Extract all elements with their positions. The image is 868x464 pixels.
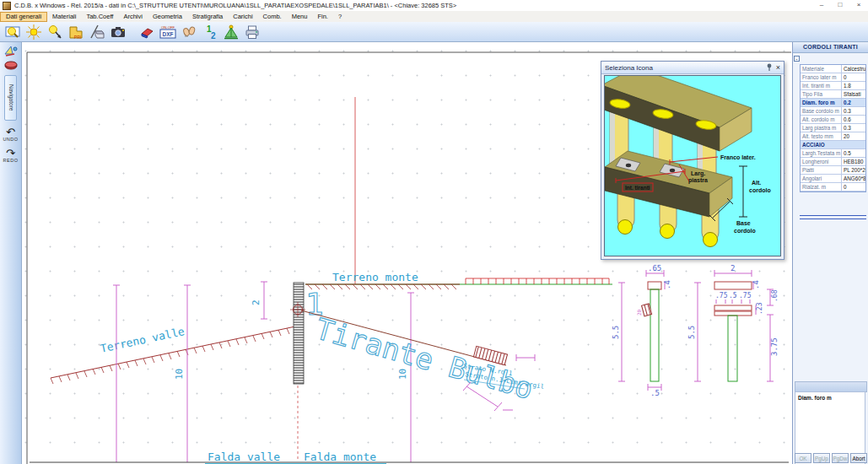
acciaio-section-header[interactable]: ACCIAIO — [801, 141, 865, 149]
snapshot-camera-icon[interactable] — [107, 23, 128, 41]
menu-fin[interactable]: Fin. — [312, 12, 333, 21]
dxf-onoff-icon[interactable]: ON-OFFDXF — [157, 23, 178, 41]
undo-button[interactable]: ↶ UNDO — [2, 127, 20, 142]
maximize-button[interactable]: □ — [831, 0, 849, 11]
base-cordolo-label-1: Base — [736, 220, 751, 226]
close-button[interactable]: × — [849, 0, 868, 11]
menu-bar: Dati generali Materiali Tab.Coeff Archiv… — [0, 11, 868, 23]
row-longheroni[interactable]: LongheroniHEB180 — [801, 158, 865, 166]
row-diam-foro[interactable]: Diam. foro m0.2 — [801, 99, 865, 107]
menu-help[interactable]: ? — [333, 12, 347, 21]
print-icon[interactable] — [241, 23, 262, 41]
ok-button[interactable]: OK — [795, 453, 811, 463]
sec-a-base-label: .5 — [650, 389, 660, 397]
dialog-preview[interactable]: Franco later. Larg. piastra Int. tiranti… — [604, 75, 781, 256]
svg-text:2: 2 — [211, 31, 216, 40]
pgup-button[interactable]: PgUp — [813, 453, 830, 463]
pile-section-a: .65 .4 5.5 .5 20 — [612, 264, 671, 397]
redo-button[interactable]: ↷ REDO — [2, 148, 20, 163]
row-alt-testo[interactable]: Alt. testo mm20 — [801, 132, 865, 141]
sec-b-d2-label: .23 — [756, 302, 763, 315]
row-tipo-fila[interactable]: Tipo FilaSfalsati — [801, 90, 865, 99]
redo-arrow-icon: ↷ — [2, 148, 20, 158]
plot-preview-icon[interactable] — [220, 23, 241, 41]
sec-b-d1-label: .68 — [771, 289, 779, 302]
row-piatti[interactable]: PiattiPL 200*20 — [801, 166, 865, 175]
row-rialzat[interactable]: Rialzat. m0 — [801, 183, 865, 192]
cordoli-tiranti-panel: CORDOLI TIRANTI - MaterialeCalcestruzz F… — [792, 42, 868, 464]
sec-b-p1-label: .75 — [715, 292, 728, 299]
menu-dati-generali[interactable]: Dati generali — [0, 12, 47, 22]
pgdw-button[interactable]: PgDw — [832, 453, 849, 463]
collapse-icon[interactable]: - — [794, 56, 800, 62]
print-area-icon[interactable]: PRI — [65, 23, 86, 41]
eraser-icon[interactable] — [136, 23, 157, 41]
menu-archivi[interactable]: Archivi — [118, 12, 148, 21]
int-tiranti-label: Int. tiranti — [625, 185, 650, 191]
menu-materiali[interactable]: Materiali — [47, 12, 81, 21]
row-materiale[interactable]: MaterialeCalcestruzz — [801, 65, 865, 73]
terreno-valle-label: Terreno valle — [100, 325, 186, 355]
sec-a-width-label: .65 — [648, 264, 661, 272]
navigatore-tab[interactable]: Navigatore — [4, 75, 17, 121]
menu-comb[interactable]: Comb. — [258, 12, 287, 21]
pan-hands-icon[interactable] — [178, 23, 199, 41]
zoom-extents-icon[interactable] — [23, 23, 44, 41]
menu-carichi[interactable]: Carichi — [228, 12, 257, 21]
falda-monte-label: Falda monte — [304, 451, 376, 463]
row-base-cordolo[interactable]: Base cordolo m0.3 — [801, 107, 865, 116]
dim-left-label: 10 — [174, 369, 185, 380]
menu-tabcoeff[interactable]: Tab.Coeff — [81, 12, 118, 21]
falda-valle-label: Falda valle — [208, 451, 280, 463]
sec-b-p3-label: .75 — [739, 292, 752, 299]
zoom-window-icon[interactable] — [2, 23, 23, 41]
application-window: C.D.B. x Windows - Rel. 2015/a - dati in… — [0, 0, 868, 464]
section-3d-icon[interactable] — [86, 23, 107, 41]
row-larg-piastra[interactable]: Larg piastra m0.3 — [801, 124, 865, 132]
undo-arrow-icon: ↶ — [2, 127, 20, 137]
row-angolari[interactable]: AngolariANG60*8 — [801, 175, 865, 183]
numbering-icon[interactable]: 12 — [199, 23, 220, 41]
pile-section-b: 2 .4 .75 .5 .75 5.5 .68 .23 3.75 — [687, 264, 779, 381]
dialog-title: Seleziona Icona — [605, 64, 653, 72]
sketch-tools-icon[interactable] — [3, 44, 19, 57]
row-largh-testata[interactable]: Largh.Testata m0.5 — [801, 149, 865, 158]
menu-menu[interactable]: Menu — [287, 12, 313, 21]
panel-buttons: OK PgUp PgDw Abort — [794, 453, 868, 463]
svg-text:ON-OFF: ON-OFF — [160, 25, 174, 30]
sec-b-height-label: 5.5 — [687, 326, 696, 339]
zoom-dynamic-icon[interactable] — [44, 23, 65, 41]
seleziona-icona-dialog: Seleziona Icona × — [601, 61, 784, 260]
title-bar[interactable]: C.D.B. x Windows - Rel. 2015/a - dati in… — [0, 0, 868, 12]
sec-a-head-label: 20 — [636, 309, 642, 316]
sec-b-width-label: 2 — [731, 264, 735, 272]
dialog-title-bar[interactable]: Seleziona Icona × — [601, 62, 784, 74]
retaining-wall[interactable] — [294, 283, 304, 384]
larg-piastra-label-1: Larg. — [691, 170, 705, 177]
property-grid: MaterialeCalcestruzz Franco later m0 Int… — [800, 64, 866, 192]
sec-b-p2-label: .5 — [729, 292, 737, 299]
wall-number-label: 1 — [305, 287, 324, 321]
menu-geometria[interactable]: Geometria — [148, 12, 187, 21]
minimize-button[interactable]: – — [812, 0, 831, 11]
row-alt-cordolo[interactable]: Alt. cordolo m0.6 — [801, 116, 865, 124]
row-int-tiranti[interactable]: Int. tiranti m1.8 — [801, 82, 865, 90]
cordolo-3d-preview: Franco later. Larg. piastra Int. tiranti… — [605, 76, 780, 256]
menu-stratigrafia[interactable]: Stratigrafia — [187, 12, 228, 21]
row-franco-later[interactable]: Franco later m0 — [801, 73, 865, 82]
abort-button[interactable]: Abort — [850, 453, 867, 463]
toolbar-separator — [128, 23, 136, 41]
help-label: Diam. foro m — [798, 395, 832, 401]
alt-cordolo-label-1: Alt. — [752, 180, 761, 186]
terreno-monte-label: Terreno monte — [332, 271, 418, 283]
app-icon — [3, 2, 11, 10]
window-title: C.D.B. x Windows - Rel. 2015/a - dati in… — [14, 2, 456, 9]
panel-title: CORDOLI TIRANTI — [793, 42, 868, 53]
dim-wall-label: 2 — [251, 299, 261, 305]
franco-later-label: Franco later. — [720, 154, 756, 160]
larg-piastra-label-2: piastra — [688, 177, 708, 184]
svg-text:PRI: PRI — [73, 35, 80, 40]
dialog-close-icon[interactable]: × — [776, 63, 780, 72]
3d-view-icon[interactable] — [3, 59, 19, 73]
pin-icon[interactable] — [766, 63, 773, 72]
